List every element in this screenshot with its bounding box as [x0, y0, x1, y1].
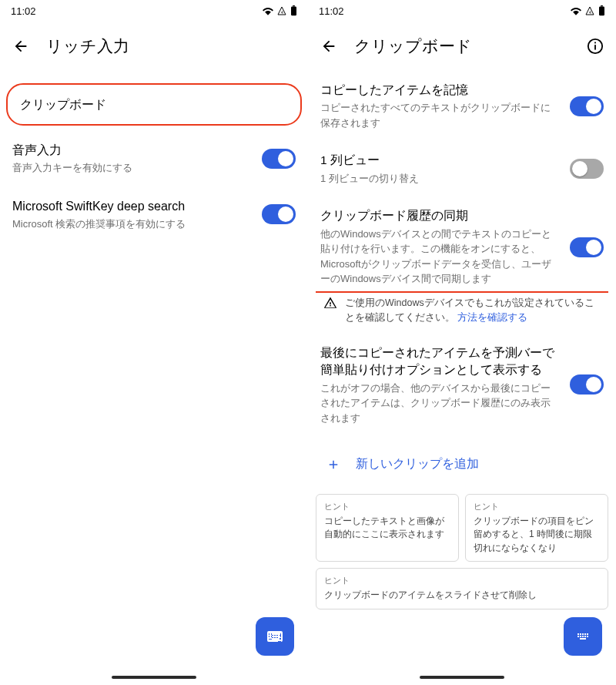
content: コピーしたアイテムを記憶 コピーされたすべてのテキストがクリップボードに保存され…	[308, 66, 616, 685]
voice-title: 音声入力	[12, 141, 251, 159]
sync-warning: ご使用のWindowsデバイスでもこれが設定されていることを確認してください。 …	[308, 293, 616, 334]
svg-rect-19	[594, 45, 596, 49]
last-copied-sub: これがオフの場合、他のデバイスから最後にコピーされたアイテムは、クリップボード履…	[320, 381, 559, 426]
header: リッチ入力	[0, 22, 308, 66]
warning-link[interactable]: 方法を確認する	[457, 312, 527, 323]
keyboard-icon	[266, 627, 284, 646]
svg-rect-30	[587, 636, 588, 637]
status-bar: 11:02 4	[0, 0, 308, 22]
hint-card[interactable]: ヒント コピーしたテキストと画像が自動的にここに表示されます	[316, 494, 459, 562]
info-icon[interactable]	[587, 38, 604, 55]
add-clip-button[interactable]: 新しいクリップを追加	[308, 436, 616, 488]
sync-row[interactable]: クリップボード履歴の同期 他のWindowsデバイスとの間でテキストのコピーと貼…	[308, 196, 616, 290]
voice-sub: 音声入力キーを有効にする	[12, 160, 251, 176]
deepsearch-sub: Microsoft 検索の推奨事項を有効にする	[12, 217, 251, 232]
svg-rect-24	[584, 633, 586, 635]
keyboard-icon	[574, 627, 592, 646]
svg-text:4: 4	[281, 10, 283, 15]
warning-icon	[323, 296, 337, 310]
svg-rect-31	[580, 638, 586, 640]
sync-title: クリップボード履歴の同期	[320, 207, 559, 224]
hint-label: ヒント	[324, 575, 600, 587]
svg-rect-10	[272, 636, 273, 637]
keyboard-fab[interactable]	[256, 617, 294, 656]
status-bar: 11:02 4	[308, 0, 616, 22]
svg-rect-8	[279, 633, 280, 635]
hint-text: クリップボードのアイテムをスライドさせて削除し	[324, 589, 600, 602]
svg-rect-5	[272, 633, 273, 635]
right-screen: 11:02 4 クリップボード コピーしたアイテムを記憶 コピーされたすべてのテ…	[308, 0, 616, 685]
last-copied-title: 最後にコピーされたアイテムを予測バーで簡単貼り付けオプションとして表示する	[320, 344, 559, 379]
svg-rect-14	[272, 638, 278, 640]
clipboard-link-highlight[interactable]: クリップボード	[6, 83, 302, 126]
status-time: 11:02	[11, 5, 36, 17]
svg-rect-2	[293, 5, 295, 6]
svg-rect-13	[279, 636, 280, 637]
last-copied-row[interactable]: 最後にコピーされたアイテムを予測バーで簡単貼り付けオプションとして表示する これ…	[308, 334, 616, 436]
plus-icon	[326, 458, 340, 472]
hint-card[interactable]: ヒント クリップボードの項目をピン留めすると、1 時間後に期限切れにならなくなり	[465, 494, 608, 562]
sync-sub: 他のWindowsデバイスとの間でテキストのコピーと貼り付けを行います。この機能…	[320, 227, 559, 287]
back-arrow-icon[interactable]	[12, 38, 29, 55]
deepsearch-title: Microsoft SwiftKey deep search	[12, 197, 251, 215]
keyboard-fab[interactable]	[564, 617, 602, 656]
svg-rect-26	[578, 636, 579, 637]
svg-rect-21	[578, 633, 579, 635]
one-col-title: 1 列ビュー	[320, 152, 559, 169]
back-arrow-icon[interactable]	[320, 38, 337, 55]
svg-text:4: 4	[589, 10, 591, 15]
hint-label: ヒント	[324, 501, 450, 513]
deepsearch-toggle[interactable]	[262, 204, 296, 224]
svg-rect-17	[601, 5, 603, 6]
svg-rect-9	[270, 636, 271, 637]
add-clip-label: 新しいクリップを追加	[356, 456, 479, 472]
hint-text: クリップボードの項目をピン留めすると、1 時間後に期限切れにならなくなり	[474, 515, 600, 555]
voice-toggle[interactable]	[262, 149, 296, 169]
hint-grid: ヒント コピーしたテキストと画像が自動的にここに表示されます ヒント クリップボ…	[308, 488, 616, 615]
remember-sub: コピーされたすべてのテキストがクリップボードに保存されます	[320, 100, 559, 130]
svg-rect-11	[274, 636, 276, 637]
svg-rect-29	[584, 636, 586, 637]
svg-rect-28	[582, 636, 584, 637]
nav-indicator	[420, 676, 504, 679]
hint-card[interactable]: ヒント クリップボードのアイテムをスライドさせて削除し	[316, 568, 608, 609]
svg-rect-25	[587, 633, 588, 635]
svg-rect-1	[291, 6, 296, 15]
nav-indicator	[112, 676, 196, 679]
sync-toggle[interactable]	[570, 237, 604, 257]
left-screen: 11:02 4 リッチ入力 クリップボード 音声入力 音声入力キーを有効にする …	[0, 0, 308, 685]
remember-title: コピーしたアイテムを記憶	[320, 82, 559, 99]
svg-rect-7	[276, 633, 278, 635]
hint-text: コピーしたテキストと画像が自動的にここに表示されます	[324, 515, 450, 542]
svg-rect-6	[274, 633, 276, 635]
status-time: 11:02	[319, 5, 344, 17]
one-col-sub: 1 列ビューの切り替え	[320, 171, 559, 186]
status-icons: 4	[571, 5, 605, 16]
svg-rect-27	[580, 636, 581, 637]
status-icons: 4	[263, 5, 297, 16]
deepsearch-row[interactable]: Microsoft SwiftKey deep search Microsoft…	[0, 186, 308, 243]
svg-rect-23	[582, 633, 584, 635]
one-col-row[interactable]: 1 列ビュー 1 列ビューの切り替え	[308, 141, 616, 196]
svg-rect-16	[599, 6, 604, 15]
remember-row[interactable]: コピーしたアイテムを記憶 コピーされたすべてのテキストがクリップボードに保存され…	[308, 71, 616, 141]
one-col-toggle[interactable]	[570, 159, 604, 179]
content: クリップボード 音声入力 音声入力キーを有効にする Microsoft Swif…	[0, 66, 308, 685]
svg-rect-4	[270, 633, 271, 635]
voice-input-row[interactable]: 音声入力 音声入力キーを有効にする	[0, 130, 308, 186]
page-title: クリップボード	[354, 35, 472, 57]
hint-label: ヒント	[474, 501, 600, 513]
clipboard-link-label: クリップボード	[20, 96, 288, 113]
svg-rect-20	[594, 42, 596, 44]
last-copied-toggle[interactable]	[570, 374, 604, 395]
header: クリップボード	[308, 22, 616, 66]
svg-rect-22	[580, 633, 581, 635]
page-title: リッチ入力	[46, 35, 129, 57]
svg-rect-12	[276, 636, 278, 637]
remember-toggle[interactable]	[570, 96, 604, 116]
